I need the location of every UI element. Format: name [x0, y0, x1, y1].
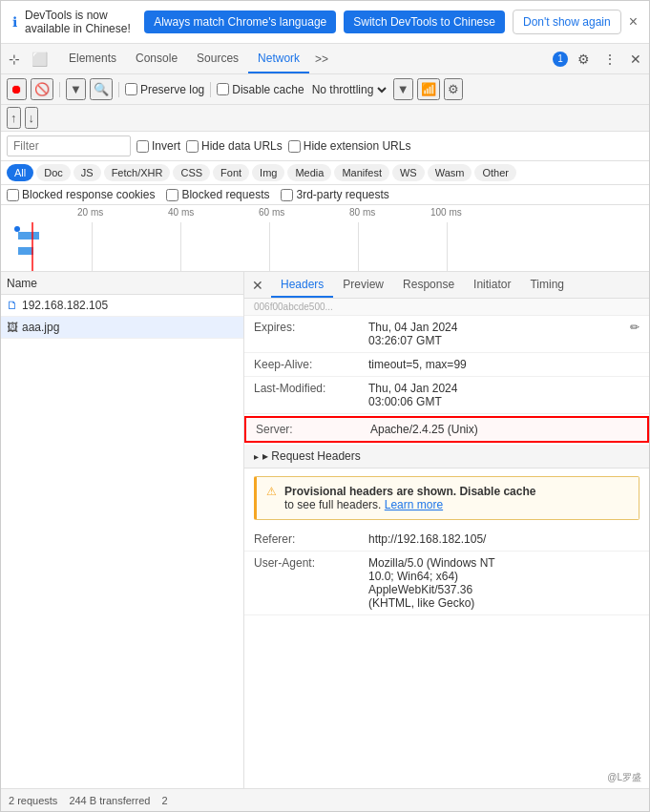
filter-chip-css[interactable]: CSS [173, 164, 210, 181]
grid-line-1 [92, 222, 93, 272]
more-tabs-button[interactable]: >> [309, 49, 334, 70]
request-item-1[interactable]: 🖼 aaa.jpg [1, 317, 243, 339]
hide-ext-urls-checkbox[interactable]: Hide extension URLs [288, 139, 411, 153]
blocked-cookies-input[interactable] [7, 189, 19, 201]
export-icon[interactable]: ↓ [25, 107, 39, 129]
blocked-requests-input[interactable] [166, 189, 178, 201]
requests-panel: Name 🗋 192.168.182.105 🖼 aaa.jpg [1, 272, 244, 788]
throttle-select[interactable]: No throttling [308, 82, 389, 97]
filter-icon[interactable]: ▼ [66, 78, 86, 100]
filter-chip-wasm[interactable]: Wasm [428, 164, 472, 181]
watermark: @L罗盛 [607, 771, 641, 784]
more-options-icon[interactable]: ⋮ [599, 50, 620, 69]
invert-input[interactable] [136, 140, 149, 153]
request-item-0[interactable]: 🗋 192.168.182.105 [1, 295, 243, 317]
switch-to-chinese-button[interactable]: Switch DevTools to Chinese [344, 10, 505, 33]
device-toolbar-icon[interactable]: ⬜ [28, 50, 52, 69]
banner-close-icon[interactable]: × [629, 13, 638, 31]
preserve-log-input[interactable] [125, 83, 137, 95]
search-icon[interactable]: 🔍 [90, 78, 113, 100]
disable-cache-input[interactable] [217, 83, 229, 95]
tab-elements[interactable]: Elements [59, 44, 126, 73]
header-expires-name: Expires: [254, 321, 368, 347]
filter-chip-ws[interactable]: WS [392, 164, 425, 181]
third-party-checkbox[interactable]: 3rd-party requests [281, 188, 388, 201]
header-keep-alive: Keep-Alive: timeout=5, max=99 [244, 353, 649, 377]
close-devtools-icon[interactable]: ✕ [626, 50, 645, 69]
filter-chip-fetch/xhr[interactable]: Fetch/XHR [104, 164, 171, 181]
tab-response[interactable]: Response [393, 272, 464, 298]
third-party-input[interactable] [281, 189, 293, 201]
preserve-log-checkbox[interactable]: Preserve log [125, 83, 204, 96]
transferred-size: 244 B transferred [69, 795, 150, 806]
header-referer: Referer: http://192.168.182.105/ [244, 528, 649, 552]
filter-chip-all[interactable]: All [7, 164, 33, 181]
filter-options: Invert Hide data URLs Hide extension URL… [136, 139, 410, 153]
warning-text1: Provisional headers are shown. Disable c… [284, 485, 535, 498]
tab-sources[interactable]: Sources [187, 44, 248, 73]
blocked-requests-checkbox[interactable]: Blocked requests [166, 188, 269, 201]
wifi-icon[interactable]: 📶 [417, 78, 440, 100]
request-name-0: 192.168.182.105 [22, 299, 238, 312]
tab-initiator[interactable]: Initiator [464, 272, 520, 298]
extra-status: 2 [161, 795, 167, 806]
requests-header: Name [1, 272, 243, 295]
settings-icon[interactable]: ⚙ [574, 50, 594, 69]
request-headers-section[interactable]: ▸ ▸ Request Headers [244, 445, 649, 468]
filter-chip-manifest[interactable]: Manifest [334, 164, 389, 181]
throttle-dropdown-icon[interactable]: ▼ [393, 78, 413, 100]
header-expires-value: Thu, 04 Jan 202403:26:07 GMT [368, 321, 630, 347]
hide-data-urls-checkbox[interactable]: Hide data URLs [186, 139, 283, 153]
grid-line-3 [269, 222, 270, 272]
tab-preview[interactable]: Preview [333, 272, 393, 298]
header-server-highlighted: Server: Apache/2.4.25 (Unix) [244, 416, 649, 443]
invert-checkbox[interactable]: Invert [136, 139, 180, 153]
main-split: Name 🗋 192.168.182.105 🖼 aaa.jpg ✕ Heade… [1, 272, 649, 788]
header-user-agent: User-Agent: Mozilla/5.0 (Windows NT10.0;… [244, 552, 649, 615]
ruler-60ms: 60 ms [259, 207, 284, 218]
blocked-cookies-checkbox[interactable]: Blocked response cookies [7, 188, 155, 201]
tab-timing[interactable]: Timing [520, 272, 574, 298]
header-user-agent-value: Mozilla/5.0 (Windows NT10.0; Win64; x64)… [368, 556, 640, 610]
edit-icon[interactable]: ✏ [630, 321, 640, 347]
filter-chip-img[interactable]: Img [252, 164, 284, 181]
disable-cache-checkbox[interactable]: Disable cache [217, 83, 304, 96]
filter-chip-font[interactable]: Font [213, 164, 249, 181]
grid-line-4 [358, 222, 359, 272]
record-button[interactable]: ⏺ [7, 78, 27, 100]
devtools-window: ℹ DevTools is now available in Chinese! … [0, 0, 650, 812]
hide-data-urls-input[interactable] [186, 140, 199, 153]
hide-ext-urls-input[interactable] [288, 140, 301, 153]
devtools-tabs: ⊹ ⬜ Elements Console Sources Network >> … [1, 44, 649, 74]
filter-input[interactable] [7, 135, 131, 156]
tab-headers[interactable]: Headers [271, 272, 333, 298]
more-network-icon[interactable]: ⚙ [444, 78, 463, 100]
details-panel: ✕ Headers Preview Response Initiator Tim… [244, 272, 649, 788]
import-icon[interactable]: ↑ [7, 107, 21, 129]
warning-icon: ⚠ [266, 485, 277, 498]
filter-chip-media[interactable]: Media [287, 164, 331, 181]
tab-network[interactable]: Network [248, 44, 309, 73]
header-expires: Expires: Thu, 04 Jan 202403:26:07 GMT ✏ [244, 316, 649, 353]
header-truncated: 006f00abcde500... [244, 299, 649, 316]
header-referer-value: http://192.168.182.105/ [368, 532, 640, 546]
filter-chip-doc[interactable]: Doc [36, 164, 71, 181]
grid-line-5 [447, 222, 448, 272]
blocked-row: Blocked response cookies Blocked request… [1, 185, 649, 205]
filter-chips: AllDocJSFetch/XHRCSSFontImgMediaManifest… [1, 161, 649, 185]
tab-console[interactable]: Console [126, 44, 187, 73]
tab-actions: 1 ⚙ ⋮ ✕ [553, 50, 645, 69]
header-server-name: Server: [256, 423, 370, 436]
filter-chip-js[interactable]: JS [73, 164, 101, 181]
devtools-tab-icons: ⊹ ⬜ [5, 50, 52, 69]
ruler-20ms: 20 ms [77, 207, 103, 218]
filter-chip-other[interactable]: Other [474, 164, 516, 181]
ruler-80ms: 80 ms [349, 207, 375, 218]
element-picker-icon[interactable]: ⊹ [5, 50, 24, 69]
header-last-modified-name: Last-Modified: [254, 382, 368, 408]
clear-button[interactable]: 🚫 [31, 78, 53, 100]
details-close-icon[interactable]: ✕ [244, 274, 271, 297]
always-match-button[interactable]: Always match Chrome's language [144, 10, 336, 33]
learn-more-link[interactable]: Learn more [385, 498, 443, 511]
dont-show-again-button[interactable]: Don't show again [513, 10, 621, 34]
